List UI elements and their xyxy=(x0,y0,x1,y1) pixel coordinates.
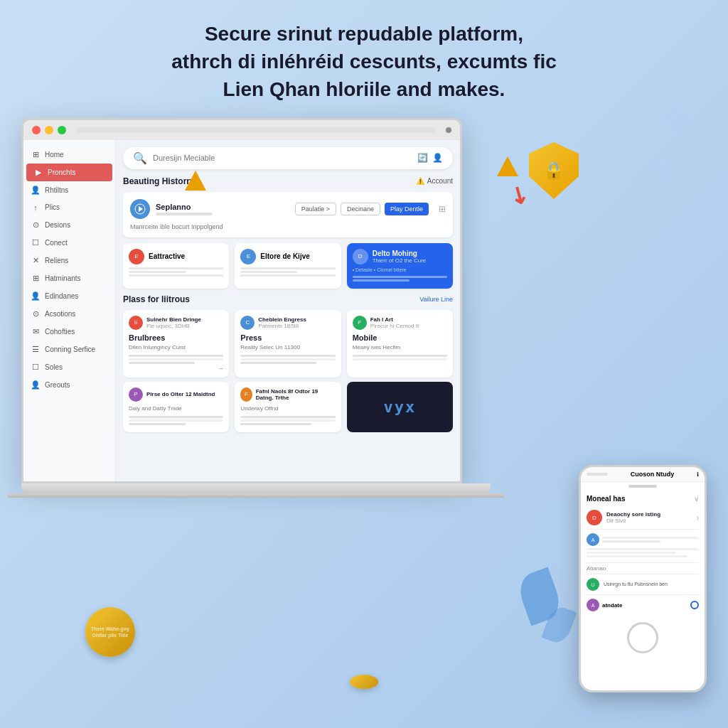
postpone-button[interactable]: Paulatie > xyxy=(295,203,336,215)
phone-line-2e xyxy=(587,555,687,557)
plan-title-3: Mobile xyxy=(353,333,447,342)
booking-avatar xyxy=(130,199,150,219)
phone-circle-button[interactable] xyxy=(690,601,699,609)
person-cards-row: E Eattractive E xyxy=(123,243,453,289)
sidebar-item-conning[interactable]: ☰ Conning Serfice xyxy=(23,341,115,358)
view-all-link[interactable]: Vailure Line xyxy=(419,296,453,303)
search-input[interactable] xyxy=(153,154,412,162)
traffic-light-red[interactable] xyxy=(32,126,41,134)
play-details-button[interactable]: Play Dentle xyxy=(385,203,429,215)
triangle-right xyxy=(497,156,518,176)
mail-icon: ✉ xyxy=(31,327,41,336)
plan-avatar-3: F xyxy=(353,316,367,330)
sidebar-item-cohofties[interactable]: ✉ Cohofties xyxy=(23,323,115,341)
bottom-plan-title-1: Pirse do Olter 12 Maldtnd xyxy=(146,391,215,397)
phone-chevron-down[interactable]: ∨ xyxy=(694,495,699,503)
person-name-2: Eltore de Kijve xyxy=(260,252,309,260)
plan-card-brulbrees: S Sulnehr Bien Dringe Fle uqunc, 3DHB Br… xyxy=(123,310,229,378)
main-container: ⊞ Home ▶ Pronchts 👤 Rhtiltns ↑ Plics xyxy=(0,118,728,498)
phone-screen: Cuoson Ntudy ℹ Moneal has ∨ D Deaochy so… xyxy=(579,465,707,692)
warning-icon: ⚠️ xyxy=(416,177,424,185)
user2-icon: 👤 xyxy=(31,291,41,301)
menu-icon: ☰ xyxy=(31,345,41,354)
sidebar-item-home[interactable]: ⊞ Home xyxy=(23,146,115,164)
leaf-decoration-right2 xyxy=(542,604,577,646)
phone-item-2[interactable]: A xyxy=(587,530,699,563)
person-avatar-3: D xyxy=(353,249,368,264)
expand-icon[interactable]: ⊞ xyxy=(439,204,446,214)
sidebar-item-desions[interactable]: ⊙ Desions xyxy=(23,216,115,234)
sidebar-item-conect[interactable]: ☐ Conect xyxy=(23,234,115,252)
bottom-line-2c xyxy=(240,423,311,425)
person-line-2c xyxy=(240,274,335,277)
search-icon: 🔍 xyxy=(133,151,147,165)
person-card-attractive: E Eattractive xyxy=(123,243,229,289)
shield-icon: 🔒 xyxy=(529,142,579,199)
plan-user-name-1: Sulnehr Bien Dringe xyxy=(146,316,201,323)
main-panel: 🔍 🔄 👤 Beauting Historry ⚠️ Accoun xyxy=(116,140,460,481)
plan-line-1a xyxy=(129,355,223,357)
url-bar[interactable] xyxy=(76,127,436,133)
bottom-plan-avatar-2: F xyxy=(240,387,252,402)
phone-item-name-1: Deaochy sore lsting xyxy=(606,511,660,518)
phone-item-4[interactable]: A atndate xyxy=(587,595,699,615)
bottom-plan-avatar-1: P xyxy=(129,387,143,402)
plan-line-2a xyxy=(240,355,335,357)
up-icon: ↑ xyxy=(31,203,41,212)
square-icon: ☐ xyxy=(31,238,41,247)
person-line-2a xyxy=(240,267,335,269)
pin-icon: ⊙ xyxy=(31,309,41,318)
person-line-3b xyxy=(353,279,410,282)
phone-item-1[interactable]: D Deaochy sore lsting Dit Slvit › xyxy=(587,506,699,530)
grid-icon: ⊞ xyxy=(31,274,41,283)
phone-line-2c xyxy=(587,548,699,550)
plan-desc-2: Reality Selec Un 11300 xyxy=(240,344,335,351)
sidebar-item-pronchts[interactable]: ▶ Pronchts xyxy=(26,164,112,181)
sidebar-item-reliens[interactable]: ✕ Reliens xyxy=(23,252,115,269)
sidebar-item-edindanes[interactable]: 👤 Edindanes xyxy=(23,287,115,305)
plans-section-header: Plass for liitrous Vailure Line xyxy=(123,294,453,304)
plan-title-2: Press xyxy=(240,333,335,342)
refresh-icon[interactable]: 🔄 xyxy=(417,153,428,163)
plan-line-1b xyxy=(129,358,223,360)
phone-avatar-2: A xyxy=(587,533,599,546)
traffic-light-yellow[interactable] xyxy=(45,126,53,134)
sidebar-item-soles[interactable]: ☐ Soles xyxy=(23,358,115,376)
person-avatar-2: E xyxy=(240,249,256,264)
plan-card-press: C Cheblein Engress Patments 1B5I8 Press … xyxy=(235,310,341,378)
phone-item-3[interactable]: U Usinrgn tu flu Pubnsnein ben xyxy=(587,574,699,595)
phone-info-icon[interactable]: ℹ xyxy=(697,471,699,478)
sidebar-item-greouts[interactable]: 👤 Greouts xyxy=(23,376,115,394)
search-bar[interactable]: 🔍 🔄 👤 xyxy=(123,147,453,169)
plan-desc-1: Dilen Inlumgincy Curst xyxy=(129,344,223,351)
phone-home-button[interactable] xyxy=(627,622,658,653)
plan-line-1c xyxy=(129,362,195,364)
sidebar-item-plics[interactable]: ↑ Plics xyxy=(23,199,115,216)
booking-history-header: Beauting Historry ⚠️ Account xyxy=(123,176,453,186)
user-profile-icon[interactable]: 👤 xyxy=(432,153,443,163)
traffic-light-green[interactable] xyxy=(58,126,66,134)
bottom-plan-title-2: Fafnl Naols 8f Odtor 19 Datng. Trthe xyxy=(256,388,336,401)
phone-content: Moneal has ∨ D Deaochy sore lsting Dit S… xyxy=(581,491,705,619)
plan-avatar-1: S xyxy=(129,316,143,330)
plan-count-1: → xyxy=(129,365,223,372)
rect-icon: ☐ xyxy=(31,363,41,372)
booking-description: Manrceite ible bocurt Inppolgend xyxy=(130,223,446,230)
person-line-1b xyxy=(129,271,186,273)
plan-line-2b xyxy=(240,358,335,360)
person-line-2b xyxy=(240,271,297,273)
vyx-logo-text: vyx xyxy=(383,398,416,416)
laptop-base xyxy=(21,483,491,493)
plan-line-3a xyxy=(353,355,447,357)
laptop-content: ⊞ Home ▶ Pronchts 👤 Rhtiltns ↑ Plics xyxy=(23,140,460,481)
sidebar-item-rhtiltns[interactable]: 👤 Rhtiltns xyxy=(23,181,115,199)
sidebar-item-acsotions[interactable]: ⊙ Acsotions xyxy=(23,305,115,323)
sidebar-item-hatminants[interactable]: ⊞ Hatminants xyxy=(23,269,115,287)
camera-dot xyxy=(446,127,451,133)
plan-desc-3: Meany ives Hecfim xyxy=(353,344,447,351)
bottom-line-1a xyxy=(129,416,223,418)
booking-name: Seplanno xyxy=(156,203,213,211)
decline-button[interactable]: Decinane xyxy=(341,203,380,215)
phone-avatar-3: U xyxy=(587,578,599,591)
circle-icon: ⊙ xyxy=(31,220,41,230)
